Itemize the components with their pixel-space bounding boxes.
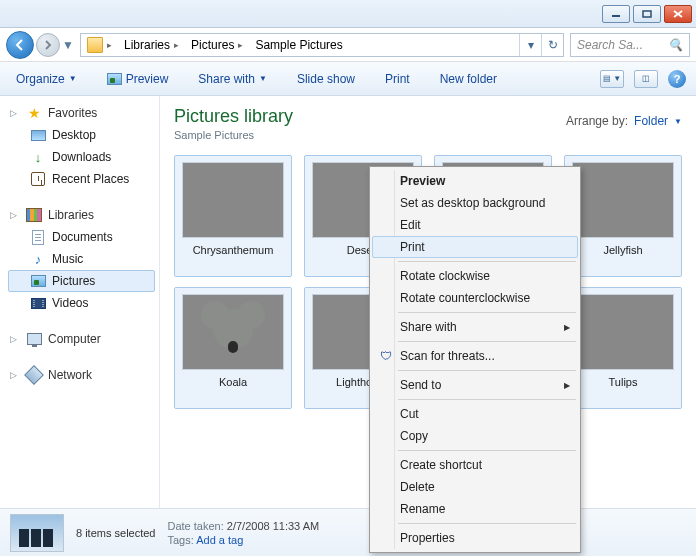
sidebar-item-desktop[interactable]: Desktop — [8, 124, 155, 146]
menu-separator — [398, 399, 576, 400]
thumbnail-item[interactable]: Tulips — [564, 287, 682, 409]
computer-icon — [27, 333, 42, 345]
window-titlebar — [0, 0, 696, 28]
pictures-icon — [31, 275, 46, 287]
thumbnail-item[interactable]: Jellyfish — [564, 155, 682, 277]
desktop-icon — [31, 130, 46, 141]
menu-separator — [398, 261, 576, 262]
new-folder-button[interactable]: New folder — [434, 68, 503, 90]
print-button[interactable]: Print — [379, 68, 416, 90]
add-tag-link[interactable]: Add a tag — [196, 534, 243, 546]
context-menu: PreviewSet as desktop backgroundEditPrin… — [369, 166, 581, 553]
slideshow-button[interactable]: Slide show — [291, 68, 361, 90]
address-dropdown[interactable]: ▾ — [519, 34, 541, 56]
network-header[interactable]: ▷Network — [8, 364, 155, 386]
help-button[interactable]: ? — [668, 70, 686, 88]
menu-item-set-as-desktop-background[interactable]: Set as desktop background — [372, 192, 578, 214]
breadcrumb-label: Libraries — [124, 38, 170, 52]
preview-button[interactable]: Preview — [101, 68, 175, 90]
arrange-by-control[interactable]: Arrange by: Folder ▼ — [566, 114, 682, 128]
document-icon — [32, 230, 44, 245]
thumbnail-caption: Jellyfish — [569, 244, 677, 256]
menu-item-create-shortcut[interactable]: Create shortcut — [372, 454, 578, 476]
maximize-button[interactable] — [633, 5, 661, 23]
videos-icon — [31, 298, 46, 309]
thumbnail-image — [572, 162, 674, 238]
menu-item-properties[interactable]: Properties — [372, 527, 578, 549]
sidebar-item-music[interactable]: ♪Music — [8, 248, 155, 270]
libraries-header[interactable]: ▷Libraries — [8, 204, 155, 226]
menu-item-edit[interactable]: Edit — [372, 214, 578, 236]
search-placeholder: Search Sa... — [577, 38, 643, 52]
preview-pane-toggle[interactable]: ◫ — [634, 70, 658, 88]
menu-item-cut[interactable]: Cut — [372, 403, 578, 425]
network-icon — [24, 365, 44, 385]
menu-separator — [398, 370, 576, 371]
breadcrumb-segment[interactable]: Sample Pictures — [249, 34, 348, 56]
menu-item-scan-for-threats[interactable]: 🛡Scan for threats... — [372, 345, 578, 367]
menu-item-rotate-clockwise[interactable]: Rotate clockwise — [372, 265, 578, 287]
download-icon — [30, 149, 46, 165]
forward-button[interactable] — [36, 33, 60, 57]
thumbnail-image — [572, 294, 674, 370]
breadcrumb-segment[interactable]: Libraries▸ — [118, 34, 185, 56]
menu-item-copy[interactable]: Copy — [372, 425, 578, 447]
preview-icon — [107, 73, 122, 85]
thumbnail-caption: Chrysanthemum — [179, 244, 287, 256]
star-icon: ★ — [26, 105, 42, 121]
minimize-button[interactable] — [602, 5, 630, 23]
svg-line-2 — [674, 11, 682, 17]
address-bar[interactable]: ▸ Libraries▸ Pictures▸ Sample Pictures ▾… — [80, 33, 564, 57]
share-with-menu[interactable]: Share with▼ — [192, 68, 273, 90]
menu-item-preview[interactable]: Preview — [372, 170, 578, 192]
menu-item-print[interactable]: Print — [372, 236, 578, 258]
thumbnail-caption: Tulips — [569, 376, 677, 388]
recent-icon — [31, 172, 45, 186]
svg-rect-1 — [643, 11, 651, 17]
navigation-row: ▼ ▸ Libraries▸ Pictures▸ Sample Pictures… — [0, 28, 696, 62]
search-icon: 🔍 — [668, 38, 683, 52]
menu-separator — [398, 450, 576, 451]
menu-separator — [398, 341, 576, 342]
chevron-down-icon: ▼ — [674, 117, 682, 126]
refresh-button[interactable]: ↻ — [541, 34, 563, 56]
close-button[interactable] — [664, 5, 692, 23]
libraries-icon — [26, 208, 42, 222]
organize-menu[interactable]: Organize▼ — [10, 68, 83, 90]
breadcrumb-label: Pictures — [191, 38, 234, 52]
computer-header[interactable]: ▷Computer — [8, 328, 155, 350]
thumbnail-caption: Koala — [179, 376, 287, 388]
selection-summary: 8 items selected — [76, 527, 155, 539]
thumbnail-item[interactable]: Chrysanthemum — [174, 155, 292, 277]
sidebar-item-videos[interactable]: Videos — [8, 292, 155, 314]
menu-item-rotate-counterclockwise[interactable]: Rotate counterclockwise — [372, 287, 578, 309]
svg-line-3 — [674, 11, 682, 17]
thumbnail-image — [182, 294, 284, 370]
details-thumbnail — [10, 514, 64, 552]
command-bar: Organize▼ Preview Share with▼ Slide show… — [0, 62, 696, 96]
sidebar-item-recent-places[interactable]: Recent Places — [8, 168, 155, 190]
breadcrumb-label: Sample Pictures — [255, 38, 342, 52]
folder-icon — [87, 37, 103, 53]
search-input[interactable]: Search Sa... 🔍 — [570, 33, 690, 57]
breadcrumb-segment[interactable]: Pictures▸ — [185, 34, 249, 56]
menu-item-delete[interactable]: Delete — [372, 476, 578, 498]
details-pane: 8 items selected Date taken: 2/7/2008 11… — [0, 508, 696, 556]
shield-icon: 🛡 — [378, 348, 394, 364]
thumbnail-item[interactable]: Koala — [174, 287, 292, 409]
thumbnail-image — [182, 162, 284, 238]
menu-separator — [398, 312, 576, 313]
menu-item-rename[interactable]: Rename — [372, 498, 578, 520]
menu-separator — [398, 523, 576, 524]
favorites-header[interactable]: ▷★Favorites — [8, 102, 155, 124]
menu-item-share-with[interactable]: Share with — [372, 316, 578, 338]
nav-history-dropdown[interactable]: ▼ — [62, 33, 74, 57]
sidebar-item-downloads[interactable]: Downloads — [8, 146, 155, 168]
music-icon: ♪ — [30, 251, 46, 267]
sidebar-item-pictures[interactable]: Pictures — [8, 270, 155, 292]
menu-item-send-to[interactable]: Send to — [372, 374, 578, 396]
back-button[interactable] — [6, 31, 34, 59]
sidebar-item-documents[interactable]: Documents — [8, 226, 155, 248]
library-subtitle: Sample Pictures — [174, 129, 293, 141]
view-options-button[interactable]: ▤ ▼ — [600, 70, 624, 88]
